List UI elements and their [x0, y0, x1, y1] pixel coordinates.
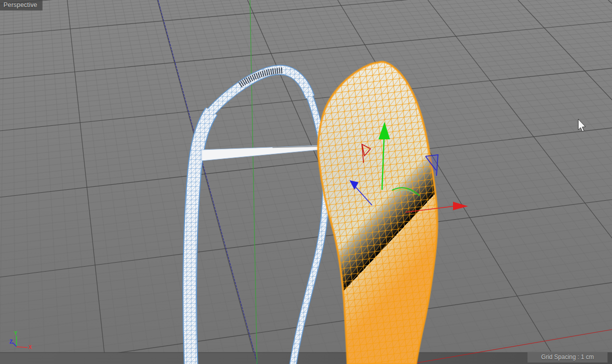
y-axis-label: Y [14, 331, 18, 336]
scene-canvas[interactable]: Y Z X [0, 0, 612, 364]
z-axis-label: Z [10, 339, 12, 345]
viewport-camera-menu[interactable]: Perspective [0, 0, 42, 10]
grid-spacing-status: Grid Spacing : 1 cm [528, 352, 608, 363]
3d-viewport[interactable]: Y Z X Perspective Grid Spacing : 1 cm [0, 0, 612, 364]
x-axis-label: X [28, 345, 32, 350]
grid-edge-strip [0, 353, 612, 364]
